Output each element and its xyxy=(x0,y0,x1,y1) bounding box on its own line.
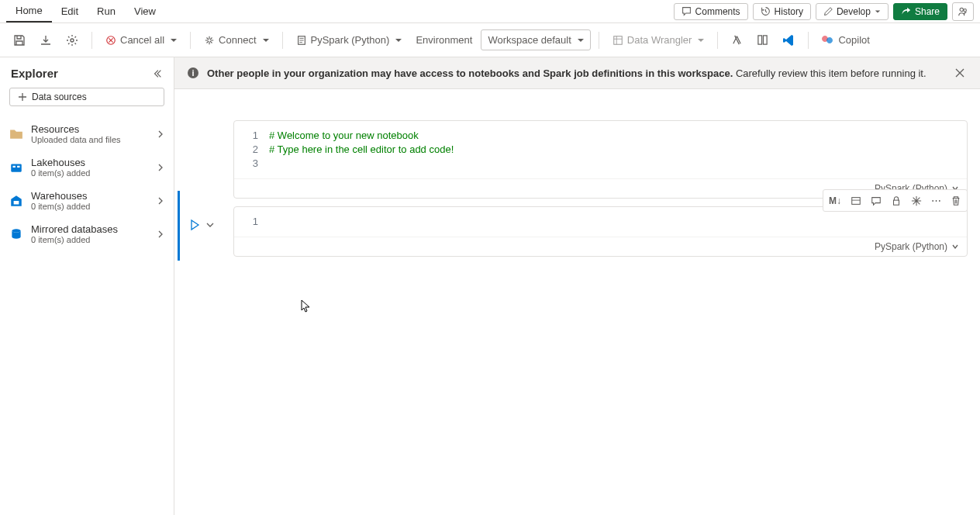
svg-point-0 xyxy=(960,8,963,11)
explorer-sidebar: Explorer Data sources Resources Uploaded… xyxy=(0,57,174,515)
language-selector[interactable]: PySpark (Python) xyxy=(291,30,408,50)
line-numbers: 123 xyxy=(234,129,269,171)
plus-icon xyxy=(18,92,27,102)
cancel-all-button[interactable]: Cancel all xyxy=(100,30,182,50)
develop-button[interactable]: Develop xyxy=(816,3,889,20)
settings-button[interactable] xyxy=(60,30,84,50)
svg-rect-11 xyxy=(14,201,19,205)
save-button[interactable] xyxy=(8,30,31,50)
svg-rect-5 xyxy=(614,36,623,44)
share-icon xyxy=(901,6,911,16)
explorer-item-resources[interactable]: Resources Uploaded data and files xyxy=(0,117,174,150)
data-wrangler-icon xyxy=(612,35,623,46)
delete-cell-button[interactable] xyxy=(947,192,965,209)
cell-language-selector[interactable]: PySpark (Python) xyxy=(875,241,959,252)
comment-cell-button[interactable] xyxy=(867,192,885,209)
history-button[interactable]: History xyxy=(753,3,811,20)
code-cell[interactable]: 123 # Welcome to your new notebook# Type… xyxy=(233,120,968,199)
menu-view[interactable]: View xyxy=(125,1,165,22)
environment-label: Environment xyxy=(410,30,478,50)
svg-rect-8 xyxy=(11,164,22,171)
people-button[interactable] xyxy=(952,2,974,21)
info-icon: i xyxy=(187,67,199,79)
lakehouse-icon xyxy=(9,161,23,175)
people-icon xyxy=(958,6,968,17)
markdown-button[interactable]: M↓ xyxy=(825,192,845,209)
banner-close-button[interactable] xyxy=(952,65,968,81)
run-options-button[interactable] xyxy=(205,220,215,230)
chevron-right-icon xyxy=(157,230,164,238)
svg-point-2 xyxy=(71,39,74,42)
explorer-item-mirrored-databases[interactable]: Mirrored databases 0 item(s) added xyxy=(0,217,174,251)
svg-rect-7 xyxy=(764,36,768,44)
cell-toolbar: M↓ ⋯ xyxy=(823,189,968,212)
data-sources-button[interactable]: Data sources xyxy=(9,88,164,106)
collapse-sidebar-button[interactable] xyxy=(152,68,163,79)
download-button[interactable] xyxy=(34,30,57,50)
workspace-selector[interactable]: Workspace default xyxy=(481,29,590,50)
chevron-right-icon xyxy=(157,164,164,171)
folder-icon xyxy=(9,127,23,141)
layout-button[interactable] xyxy=(751,30,774,50)
svg-rect-16 xyxy=(894,200,899,205)
history-icon xyxy=(761,6,771,16)
connect-icon xyxy=(204,35,215,46)
svg-rect-10 xyxy=(17,165,19,167)
comment-icon xyxy=(682,6,692,16)
copilot-icon xyxy=(822,34,834,47)
svg-point-1 xyxy=(964,9,967,12)
svg-text:i: i xyxy=(192,68,194,78)
chevron-right-icon xyxy=(157,197,164,205)
code-cell[interactable]: M↓ ⋯ 1 PySpark (Python) xyxy=(233,206,968,257)
info-banner: i Other people in your organization may … xyxy=(174,57,980,89)
warehouse-icon xyxy=(9,194,23,208)
share-button[interactable]: Share xyxy=(893,3,947,20)
toolbar: Cancel all Connect PySpark (Python) Envi… xyxy=(0,23,980,57)
banner-text: Other people in your organization may ha… xyxy=(207,67,944,79)
pencil-icon xyxy=(823,7,833,16)
vscode-button[interactable] xyxy=(777,30,800,50)
svg-rect-6 xyxy=(758,36,762,44)
freeze-cell-button[interactable] xyxy=(907,192,926,209)
svg-rect-9 xyxy=(13,165,16,167)
variables-button[interactable] xyxy=(726,30,748,50)
lock-cell-button[interactable] xyxy=(887,192,906,209)
toggle-output-button[interactable] xyxy=(847,192,865,209)
explorer-title: Explorer xyxy=(11,67,58,80)
menu-run[interactable]: Run xyxy=(88,1,125,22)
svg-point-12 xyxy=(12,229,20,233)
explorer-item-lakehouses[interactable]: Lakehouses 0 item(s) added xyxy=(0,150,174,184)
menubar: Home Edit Run View Comments History Deve… xyxy=(0,0,980,23)
chevron-down-icon xyxy=(875,9,881,15)
mirror-icon xyxy=(9,227,23,241)
explorer-item-warehouses[interactable]: Warehouses 0 item(s) added xyxy=(0,184,174,217)
notebook-icon xyxy=(296,35,307,46)
line-numbers: 1 xyxy=(234,215,269,229)
menu-edit[interactable]: Edit xyxy=(52,1,88,22)
data-wrangler-button[interactable]: Data Wrangler xyxy=(607,30,710,50)
code-editor[interactable]: 123 # Welcome to your new notebook# Type… xyxy=(234,121,967,178)
more-cell-button[interactable]: ⋯ xyxy=(927,192,945,209)
run-cell-button[interactable] xyxy=(188,219,201,231)
connect-button[interactable]: Connect xyxy=(198,30,274,50)
chevron-right-icon xyxy=(157,130,164,138)
svg-rect-15 xyxy=(852,197,861,204)
copilot-button[interactable]: Copilot xyxy=(816,30,875,50)
menu-home[interactable]: Home xyxy=(6,0,52,22)
comments-button[interactable]: Comments xyxy=(674,3,748,20)
notebook-content: i Other people in your organization may … xyxy=(174,57,980,515)
cancel-icon xyxy=(105,35,116,46)
